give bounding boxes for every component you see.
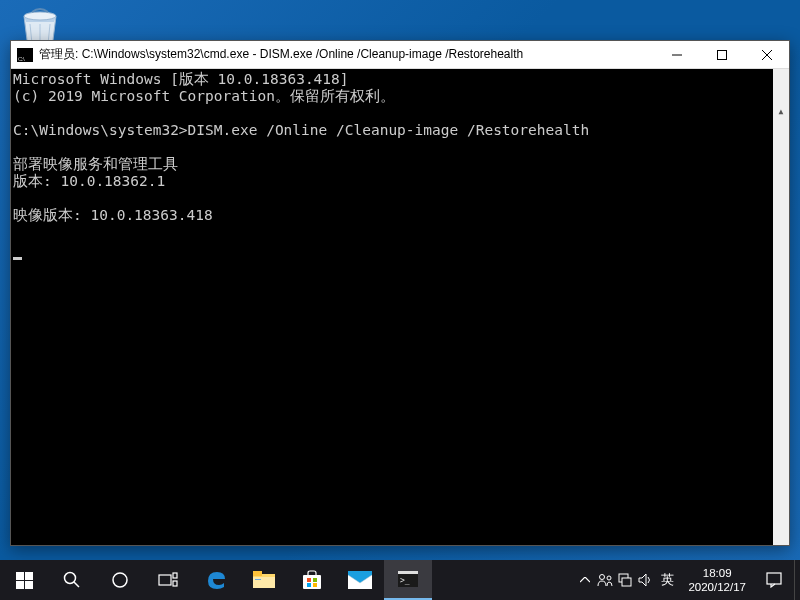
svg-rect-20 xyxy=(307,578,311,582)
scroll-up-icon[interactable]: ▲ xyxy=(773,103,789,119)
svg-rect-31 xyxy=(622,578,631,586)
clock[interactable]: 18:09 2020/12/17 xyxy=(680,566,754,594)
terminal-line: Microsoft Windows [版本 10.0.18363.418] xyxy=(13,71,349,87)
terminal-line: 映像版本: 10.0.18363.418 xyxy=(13,207,213,223)
start-button[interactable] xyxy=(0,560,48,600)
taskbar: >_ 英 18:09 2020/12/17 xyxy=(0,560,800,600)
terminal-body[interactable]: Microsoft Windows [版本 10.0.18363.418] (c… xyxy=(11,69,789,545)
terminal-line: 部署映像服务和管理工具 xyxy=(13,156,178,172)
svg-rect-21 xyxy=(313,578,317,582)
svg-rect-2 xyxy=(717,50,726,59)
svg-rect-6 xyxy=(25,572,33,580)
maximize-button[interactable] xyxy=(699,41,744,68)
show-desktop-button[interactable] xyxy=(794,560,800,600)
svg-rect-18 xyxy=(255,579,261,580)
terminal-line: (c) 2019 Microsoft Corporation。保留所有权利。 xyxy=(13,88,395,104)
taskbar-left: >_ xyxy=(0,560,432,600)
cmd-taskbar-button[interactable]: >_ xyxy=(384,560,432,600)
cmd-window: 管理员: C:\Windows\system32\cmd.exe - DISM.… xyxy=(10,40,790,546)
svg-point-29 xyxy=(607,576,611,580)
terminal-line: 版本: 10.0.18362.1 xyxy=(13,173,165,189)
svg-line-10 xyxy=(74,582,79,587)
people-icon[interactable] xyxy=(595,560,615,600)
edge-button[interactable] xyxy=(192,560,240,600)
minimize-button[interactable] xyxy=(654,41,699,68)
task-view-button[interactable] xyxy=(144,560,192,600)
window-title: 管理员: C:\Windows\system32\cmd.exe - DISM.… xyxy=(39,46,654,63)
file-explorer-button[interactable] xyxy=(240,560,288,600)
volume-icon[interactable] xyxy=(635,560,655,600)
svg-rect-13 xyxy=(173,573,177,578)
network-icon[interactable] xyxy=(615,560,635,600)
svg-rect-5 xyxy=(16,572,24,580)
svg-rect-12 xyxy=(159,575,171,585)
svg-rect-19 xyxy=(303,575,321,589)
svg-point-0 xyxy=(24,12,56,20)
tray-chevron-icon[interactable] xyxy=(575,560,595,600)
cortana-button[interactable] xyxy=(96,560,144,600)
clock-time: 18:09 xyxy=(688,566,746,580)
cursor xyxy=(13,257,22,260)
svg-point-11 xyxy=(113,573,127,587)
svg-rect-8 xyxy=(25,581,33,589)
svg-rect-23 xyxy=(313,583,317,587)
terminal-prompt: C:\Windows\system32>DISM.exe /Online /Cl… xyxy=(13,122,589,138)
svg-rect-26 xyxy=(398,571,418,574)
svg-point-9 xyxy=(65,573,76,584)
svg-point-28 xyxy=(600,575,605,580)
close-button[interactable] xyxy=(744,41,789,68)
desktop: 管理员: C:\Windows\system32\cmd.exe - DISM.… xyxy=(0,0,800,600)
svg-rect-16 xyxy=(253,571,262,576)
svg-rect-14 xyxy=(173,581,177,586)
mail-button[interactable] xyxy=(336,560,384,600)
clock-date: 2020/12/17 xyxy=(688,580,746,594)
titlebar[interactable]: 管理员: C:\Windows\system32\cmd.exe - DISM.… xyxy=(11,41,789,69)
window-controls xyxy=(654,41,789,68)
cmd-icon xyxy=(17,48,33,62)
system-tray: 英 18:09 2020/12/17 xyxy=(575,560,800,600)
svg-text:>_: >_ xyxy=(400,576,410,585)
svg-rect-7 xyxy=(16,581,24,589)
scroll-track[interactable] xyxy=(773,153,789,545)
svg-rect-17 xyxy=(253,577,275,588)
svg-rect-22 xyxy=(307,583,311,587)
ime-indicator[interactable]: 英 xyxy=(655,571,680,589)
action-center-button[interactable] xyxy=(754,572,794,588)
store-button[interactable] xyxy=(288,560,336,600)
svg-rect-32 xyxy=(767,573,781,584)
scrollbar[interactable]: ▲ ▼ xyxy=(773,69,789,545)
search-button[interactable] xyxy=(48,560,96,600)
